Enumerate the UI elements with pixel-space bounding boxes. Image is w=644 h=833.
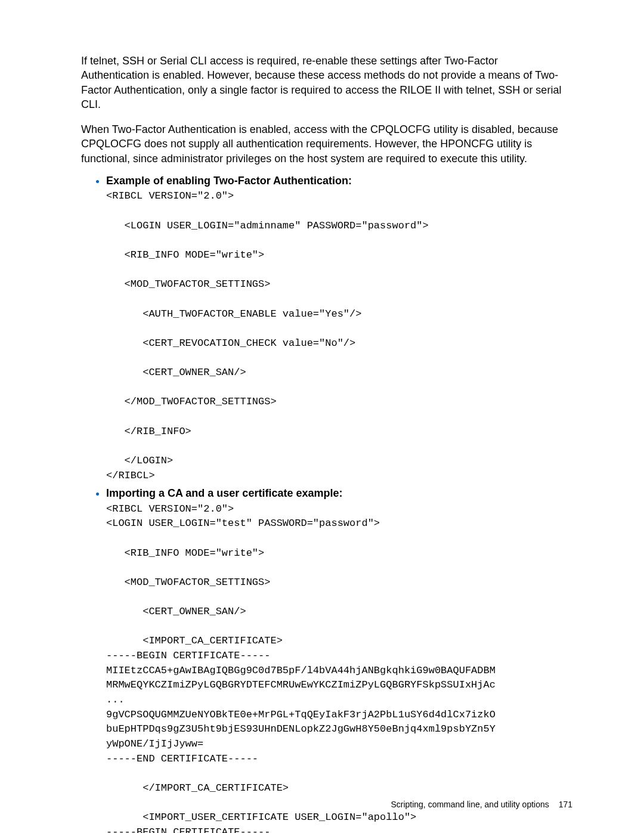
page-footer: Scripting, command line, and utility opt…	[391, 800, 572, 809]
examples-list: Example of enabling Two-Factor Authentic…	[81, 174, 563, 833]
code-block: <RIBCL VERSION="2.0"> <LOGIN USER_LOGIN=…	[106, 189, 563, 483]
example-heading: Importing a CA and a user certificate ex…	[106, 487, 563, 500]
paragraph-2: When Two-Factor Authentication is enable…	[81, 122, 563, 166]
example-heading: Example of enabling Two-Factor Authentic…	[106, 174, 563, 188]
footer-page-number: 171	[559, 800, 572, 809]
example-item: Example of enabling Two-Factor Authentic…	[106, 174, 563, 483]
page: If telnet, SSH or Serial CLI access is r…	[0, 0, 644, 833]
code-block: <RIBCL VERSION="2.0"> <LOGIN USER_LOGIN=…	[106, 502, 563, 833]
footer-section-title: Scripting, command line, and utility opt…	[391, 800, 549, 809]
example-item: Importing a CA and a user certificate ex…	[106, 487, 563, 833]
paragraph-1: If telnet, SSH or Serial CLI access is r…	[81, 54, 563, 112]
